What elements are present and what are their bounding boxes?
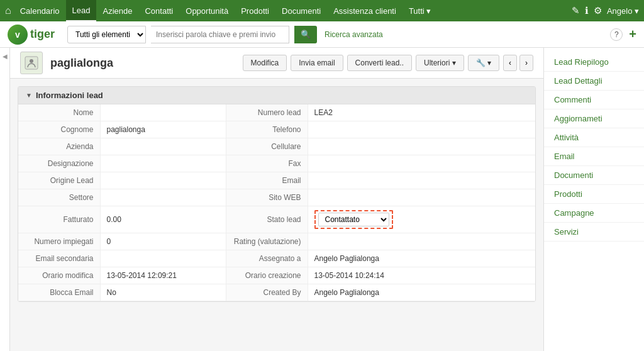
section-header: ▼ Informazioni lead: [18, 87, 535, 104]
user-menu[interactable]: Angelo ▾: [607, 6, 639, 16]
logo-icon: v: [8, 25, 28, 45]
settings-icon[interactable]: ⚙: [594, 5, 602, 16]
svg-point-1: [30, 59, 33, 63]
search-button[interactable]: 🔍: [294, 26, 317, 43]
search-input[interactable]: [151, 26, 289, 43]
edit-icon[interactable]: ✎: [572, 5, 580, 16]
table-row: Cognome paglialonga Telefono: [18, 121, 535, 138]
field-label: Sito WEB: [226, 189, 308, 206]
field-label: Numero lead: [226, 104, 308, 121]
table-row: Orario modifica 13-05-2014 12:09:21 Orar…: [18, 267, 535, 284]
help-icon[interactable]: ?: [610, 28, 623, 41]
left-sidebar: ◀: [0, 48, 10, 351]
field-value: LEA2: [308, 104, 535, 121]
field-value: [100, 189, 226, 206]
content-area: ◀ paglialonga Modifica Invia email Conve…: [0, 48, 644, 351]
home-icon[interactable]: ⌂: [5, 5, 11, 16]
field-label: Numero impiegati: [18, 233, 100, 250]
field-label: Email secondaria: [18, 250, 100, 267]
more-button[interactable]: Ulteriori ▾: [416, 55, 464, 71]
left-sidebar-toggle[interactable]: ◀: [3, 53, 8, 60]
field-label: Blocca Email: [18, 284, 100, 301]
nav-aziende[interactable]: Aziende: [96, 0, 138, 21]
stato-lead-value: Contattato Non contattato Perso Converti…: [308, 206, 535, 233]
sidebar-item-prodotti[interactable]: Prodotti: [544, 185, 644, 204]
table-row: Origine Lead Email: [18, 172, 535, 189]
field-value: [100, 104, 226, 121]
field-value: [308, 172, 535, 189]
modify-button[interactable]: Modifica: [243, 55, 287, 71]
nav-documenti[interactable]: Documenti: [275, 0, 327, 21]
nav-tutti[interactable]: Tutti ▾: [402, 0, 437, 21]
field-value: paglialonga: [100, 121, 226, 138]
advanced-search-link[interactable]: Ricerca avanzata: [325, 30, 383, 39]
field-label: Orario modifica: [18, 267, 100, 284]
next-button[interactable]: ›: [519, 55, 533, 71]
field-label: Cellulare: [226, 138, 308, 155]
tool-button[interactable]: 🔧 ▾: [468, 55, 499, 71]
sidebar-item-lead-riepilogo[interactable]: Lead Riepilogo: [544, 53, 644, 72]
sidebar-item-commenti[interactable]: Commenti: [544, 91, 644, 109]
table-row: Settore Sito WEB: [18, 189, 535, 206]
field-value: 13-05-2014 10:24:14: [308, 267, 535, 284]
prev-button[interactable]: ‹: [503, 55, 517, 71]
sidebar-item-servizi[interactable]: Servizi: [544, 223, 644, 242]
field-label: Rating (valutazione): [226, 233, 308, 250]
stato-lead-label: Stato lead: [226, 206, 308, 233]
info-icon[interactable]: ℹ: [585, 5, 589, 16]
sidebar-item-lead-dettagli[interactable]: Lead Dettagli: [544, 72, 644, 91]
field-value: [308, 155, 535, 172]
sidebar-item-email[interactable]: Email: [544, 147, 644, 166]
header-actions: Modifica Invia email Converti lead.. Ult…: [243, 55, 533, 71]
sidebar-item-documenti[interactable]: Documenti: [544, 166, 644, 185]
field-label: Settore: [18, 189, 100, 206]
section-title: Informazioni lead: [36, 91, 103, 100]
right-sidebar: Lead Riepilogo Lead Dettagli Commenti Ag…: [543, 48, 644, 351]
field-label: Telefono: [226, 121, 308, 138]
field-label: Created By: [226, 284, 308, 301]
field-label: Cognome: [18, 121, 100, 138]
field-label: Designazione: [18, 155, 100, 172]
field-label: Azienda: [18, 138, 100, 155]
table-row: Fatturato 0.00 Stato lead Contattato Non…: [18, 206, 535, 233]
table-row: Designazione Fax: [18, 155, 535, 172]
collapse-icon[interactable]: ▼: [26, 92, 32, 99]
nav-contatti[interactable]: Contatti: [138, 0, 179, 21]
sidebar-item-aggiornameti[interactable]: Aggiornameti: [544, 109, 644, 128]
field-value: [308, 189, 535, 206]
search-scope-select[interactable]: Tutti gli elementi: [67, 26, 146, 43]
nav-lead[interactable]: Lead: [66, 0, 97, 21]
field-value: No: [100, 284, 226, 301]
page-title: paglialonga: [50, 57, 235, 70]
nav-calendario[interactable]: Calendario: [14, 0, 66, 21]
field-value: [308, 138, 535, 155]
nav-assistenza[interactable]: Assistenza clienti: [327, 0, 402, 21]
field-label: Assegnato a: [226, 250, 308, 267]
sidebar-item-campagne[interactable]: Campagne: [544, 204, 644, 223]
field-label: Orario creazione: [226, 267, 308, 284]
add-icon[interactable]: +: [629, 27, 636, 42]
table-row: Nome Numero lead LEA2: [18, 104, 535, 121]
field-value: [100, 138, 226, 155]
stato-lead-highlight: Contattato Non contattato Perso Converti…: [314, 210, 393, 229]
nav-arrows: ‹ ›: [503, 55, 533, 71]
nav-opportunita[interactable]: Opportunità: [179, 0, 235, 21]
field-label: Fatturato: [18, 206, 100, 233]
send-email-button[interactable]: Invia email: [291, 55, 343, 71]
field-value: 0: [100, 233, 226, 250]
sidebar-item-attivita[interactable]: Attività: [544, 128, 644, 147]
logo-text: tiger: [30, 28, 55, 41]
nav-prodotti[interactable]: Prodotti: [235, 0, 275, 21]
convert-lead-button[interactable]: Converti lead..: [347, 55, 412, 71]
field-value: Angelo Paglialonga: [308, 250, 535, 267]
field-value: [308, 233, 535, 250]
field-value: [308, 121, 535, 138]
field-value: Angelo Paglialonga: [308, 284, 535, 301]
table-row: Numero impiegati 0 Rating (valutazione): [18, 233, 535, 250]
record-icon: [20, 52, 43, 74]
field-label: Email: [226, 172, 308, 189]
stato-lead-select[interactable]: Contattato Non contattato Perso Converti…: [318, 213, 389, 226]
field-value: [100, 155, 226, 172]
details-section: ▼ Informazioni lead Nome Numero lead LEA…: [18, 86, 536, 302]
logo: v tiger: [8, 25, 55, 45]
